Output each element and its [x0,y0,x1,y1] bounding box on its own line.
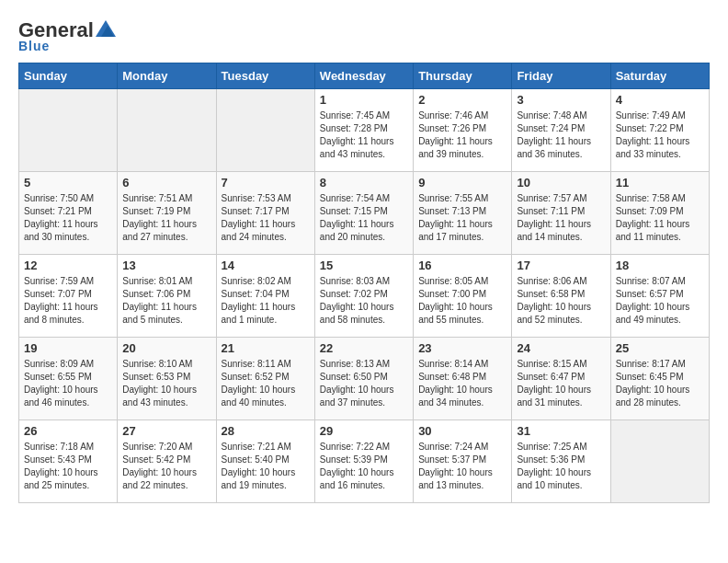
col-thursday: Thursday [414,63,512,89]
col-friday: Friday [512,63,610,89]
day-number: 6 [122,176,210,190]
day-cell: 20Sunrise: 8:10 AM Sunset: 6:53 PM Dayli… [118,338,216,420]
day-info: Sunrise: 8:02 AM Sunset: 7:04 PM Dayligh… [222,275,310,327]
calendar-header: Sunday Monday Tuesday Wednesday Thursday… [19,63,710,89]
day-info: Sunrise: 7:25 AM Sunset: 5:36 PM Dayligh… [517,441,605,492]
day-info: Sunrise: 7:48 AM Sunset: 7:24 PM Dayligh… [517,109,605,161]
day-number: 3 [517,93,605,107]
week-row-5: 26Sunrise: 7:18 AM Sunset: 5:43 PM Dayli… [19,420,710,503]
day-cell [216,89,314,172]
day-info: Sunrise: 8:14 AM Sunset: 6:48 PM Dayligh… [418,358,506,409]
day-info: Sunrise: 7:22 AM Sunset: 5:39 PM Dayligh… [320,441,408,492]
day-cell: 25Sunrise: 8:17 AM Sunset: 6:45 PM Dayli… [610,338,709,420]
day-cell: 6Sunrise: 7:51 AM Sunset: 7:19 PM Daylig… [118,172,216,255]
day-info: Sunrise: 8:15 AM Sunset: 6:47 PM Dayligh… [517,358,605,409]
day-number: 26 [24,424,112,438]
calendar-table: Sunday Monday Tuesday Wednesday Thursday… [18,63,710,503]
day-info: Sunrise: 8:06 AM Sunset: 6:58 PM Dayligh… [517,275,605,327]
day-info: Sunrise: 8:05 AM Sunset: 7:00 PM Dayligh… [418,275,506,327]
day-info: Sunrise: 7:57 AM Sunset: 7:11 PM Dayligh… [517,192,605,244]
day-number: 8 [320,176,408,190]
day-info: Sunrise: 7:59 AM Sunset: 7:07 PM Dayligh… [24,275,112,327]
day-number: 15 [320,259,408,272]
day-cell: 15Sunrise: 8:03 AM Sunset: 7:02 PM Dayli… [314,255,413,338]
day-number: 12 [24,259,112,272]
day-info: Sunrise: 8:17 AM Sunset: 6:45 PM Dayligh… [616,358,704,409]
day-number: 2 [418,93,506,107]
col-sunday: Sunday [19,63,118,89]
day-number: 19 [24,341,112,355]
day-number: 31 [517,424,605,438]
day-cell: 21Sunrise: 8:11 AM Sunset: 6:52 PM Dayli… [216,338,314,420]
day-number: 11 [616,176,704,190]
day-cell: 30Sunrise: 7:24 AM Sunset: 5:37 PM Dayli… [414,420,512,503]
day-cell: 11Sunrise: 7:58 AM Sunset: 7:09 PM Dayli… [610,172,709,255]
day-number: 5 [24,176,112,190]
day-info: Sunrise: 8:11 AM Sunset: 6:52 PM Dayligh… [222,358,310,409]
day-info: Sunrise: 7:54 AM Sunset: 7:15 PM Dayligh… [320,192,408,244]
calendar-body: 1Sunrise: 7:45 AM Sunset: 7:28 PM Daylig… [19,89,710,503]
day-info: Sunrise: 7:50 AM Sunset: 7:21 PM Dayligh… [24,192,112,244]
day-info: Sunrise: 7:55 AM Sunset: 7:13 PM Dayligh… [418,192,506,244]
day-cell: 3Sunrise: 7:48 AM Sunset: 7:24 PM Daylig… [512,89,610,172]
day-cell: 24Sunrise: 8:15 AM Sunset: 6:47 PM Dayli… [512,338,610,420]
day-number: 7 [222,176,310,190]
day-cell: 7Sunrise: 7:53 AM Sunset: 7:17 PM Daylig… [216,172,314,255]
day-cell: 19Sunrise: 8:09 AM Sunset: 6:55 PM Dayli… [19,338,118,420]
day-number: 30 [418,424,506,438]
week-row-4: 19Sunrise: 8:09 AM Sunset: 6:55 PM Dayli… [19,338,710,420]
day-info: Sunrise: 7:18 AM Sunset: 5:43 PM Dayligh… [24,441,112,492]
day-info: Sunrise: 7:51 AM Sunset: 7:19 PM Dayligh… [122,192,210,244]
day-cell [118,89,216,172]
day-number: 23 [418,341,506,355]
col-monday: Monday [118,63,216,89]
week-row-2: 5Sunrise: 7:50 AM Sunset: 7:21 PM Daylig… [19,172,710,255]
day-number: 25 [616,341,704,355]
page-header: General Blue [18,18,710,53]
day-number: 4 [616,93,704,107]
day-info: Sunrise: 7:20 AM Sunset: 5:42 PM Dayligh… [122,441,210,492]
day-number: 14 [222,259,310,272]
day-cell: 9Sunrise: 7:55 AM Sunset: 7:13 PM Daylig… [414,172,512,255]
day-cell: 18Sunrise: 8:07 AM Sunset: 6:57 PM Dayli… [610,255,709,338]
day-number: 24 [517,341,605,355]
day-info: Sunrise: 7:46 AM Sunset: 7:26 PM Dayligh… [418,109,506,161]
day-cell: 22Sunrise: 8:13 AM Sunset: 6:50 PM Dayli… [314,338,413,420]
week-row-1: 1Sunrise: 7:45 AM Sunset: 7:28 PM Daylig… [19,89,710,172]
header-row: Sunday Monday Tuesday Wednesday Thursday… [19,63,710,89]
logo: General Blue [18,18,116,53]
day-cell: 28Sunrise: 7:21 AM Sunset: 5:40 PM Dayli… [216,420,314,503]
day-cell [19,89,118,172]
day-info: Sunrise: 8:10 AM Sunset: 6:53 PM Dayligh… [122,358,210,409]
day-cell: 5Sunrise: 7:50 AM Sunset: 7:21 PM Daylig… [19,172,118,255]
day-info: Sunrise: 7:53 AM Sunset: 7:17 PM Dayligh… [222,192,310,244]
day-cell: 10Sunrise: 7:57 AM Sunset: 7:11 PM Dayli… [512,172,610,255]
day-cell: 31Sunrise: 7:25 AM Sunset: 5:36 PM Dayli… [512,420,610,503]
day-cell: 26Sunrise: 7:18 AM Sunset: 5:43 PM Dayli… [19,420,118,503]
day-cell: 8Sunrise: 7:54 AM Sunset: 7:15 PM Daylig… [314,172,413,255]
day-info: Sunrise: 8:01 AM Sunset: 7:06 PM Dayligh… [122,275,210,327]
day-info: Sunrise: 7:21 AM Sunset: 5:40 PM Dayligh… [222,441,310,492]
day-number: 9 [418,176,506,190]
day-info: Sunrise: 7:49 AM Sunset: 7:22 PM Dayligh… [616,109,704,161]
col-saturday: Saturday [610,63,709,89]
day-number: 27 [122,424,210,438]
day-cell [610,420,709,503]
day-info: Sunrise: 7:45 AM Sunset: 7:28 PM Dayligh… [320,109,408,161]
week-row-3: 12Sunrise: 7:59 AM Sunset: 7:07 PM Dayli… [19,255,710,338]
day-cell: 17Sunrise: 8:06 AM Sunset: 6:58 PM Dayli… [512,255,610,338]
day-cell: 2Sunrise: 7:46 AM Sunset: 7:26 PM Daylig… [414,89,512,172]
day-cell: 23Sunrise: 8:14 AM Sunset: 6:48 PM Dayli… [414,338,512,420]
day-cell: 4Sunrise: 7:49 AM Sunset: 7:22 PM Daylig… [610,89,709,172]
day-number: 1 [320,93,408,107]
day-number: 28 [222,424,310,438]
day-cell: 14Sunrise: 8:02 AM Sunset: 7:04 PM Dayli… [216,255,314,338]
day-info: Sunrise: 8:03 AM Sunset: 7:02 PM Dayligh… [320,275,408,327]
day-cell: 1Sunrise: 7:45 AM Sunset: 7:28 PM Daylig… [314,89,413,172]
day-cell: 13Sunrise: 8:01 AM Sunset: 7:06 PM Dayli… [118,255,216,338]
logo-icon [96,20,116,37]
day-info: Sunrise: 8:07 AM Sunset: 6:57 PM Dayligh… [616,275,704,327]
day-info: Sunrise: 8:09 AM Sunset: 6:55 PM Dayligh… [24,358,112,409]
day-number: 29 [320,424,408,438]
day-number: 21 [222,341,310,355]
